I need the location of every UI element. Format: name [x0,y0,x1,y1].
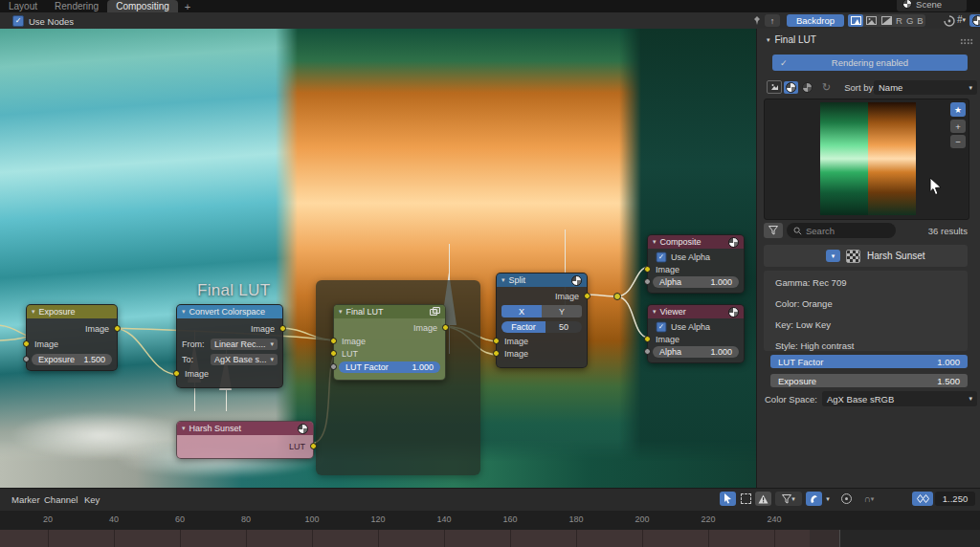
collapse-icon[interactable]: ▾ [501,276,505,284]
input-socket-image[interactable] [173,370,180,377]
filter-material-icon[interactable] [784,81,798,94]
panel-collapse-icon: ▾ [767,36,770,44]
input-socket-image[interactable] [330,338,337,344]
exposure-value-field[interactable]: Exposure 1.500 [32,354,112,365]
lut-factor-slider[interactable]: LUT Factor 1.000 [770,355,968,368]
use-alpha-checkbox[interactable]: ✓ [657,321,667,332]
timeline-gridline [774,530,775,547]
output-socket-lut[interactable] [310,443,317,449]
node-harsh-sunset[interactable]: ▾ Harsh Sunset LUT [176,421,314,459]
filter-funnel-button[interactable] [764,223,783,238]
input-socket-image-1[interactable] [493,338,500,344]
rendering-enabled-button[interactable]: ✓ Rendering enabled [772,55,968,71]
zoom-out-button[interactable]: − [950,135,966,148]
node-final-lut-group[interactable]: ▾ Final LUT Image Image LUT LUT Factor 1… [333,304,446,381]
filter-dropdown-button[interactable]: ▾ [775,492,802,506]
filter-image-icon[interactable] [767,80,782,94]
split-axis-x-button[interactable]: X [501,305,542,317]
frame-range-button[interactable] [912,492,933,506]
split-factor-slider[interactable]: Factor 50 [501,321,582,333]
exposure-slider[interactable]: Exposure 1.500 [770,374,968,387]
split-axis-y-button[interactable]: Y [542,305,582,317]
menu-key[interactable]: Key [84,494,100,505]
node-link[interactable] [113,328,178,375]
asset-preview-box[interactable]: ★ + − [764,98,969,220]
timeline-gridline [576,530,577,547]
input-socket-factor[interactable] [330,363,337,370]
favorite-star-button[interactable]: ★ [950,102,966,117]
node-exposure[interactable]: ▾ Exposure Image Image Exposure 1.500 [26,304,118,371]
region-divider [839,530,840,547]
node-viewer[interactable]: ▾ Viewer ✓ Use Alpha Image Alpha 1.000 [647,304,745,363]
panel-grip-icon[interactable] [960,38,973,45]
menu-channel[interactable]: Channel [44,494,78,505]
filter-world-icon[interactable] [800,81,814,94]
collapse-icon[interactable]: ▾ [182,308,186,316]
snap-options-chevron[interactable]: ▾ [823,492,833,506]
lut-factor-slider[interactable]: LUT Factor 1.000 [339,361,440,373]
tweak-tool-button[interactable] [720,492,736,506]
reroute-node[interactable] [614,294,621,300]
panel-header-final-lut[interactable]: ▾ Final LUT [767,34,816,45]
item-expand-button[interactable]: ▾ [826,250,840,262]
node-convert-colorspace[interactable]: ▾ Convert Colorspace Image From: Linear … [176,304,283,388]
timeline-track[interactable] [0,530,980,547]
socket-label: Image [504,349,528,359]
collapse-icon[interactable]: ▾ [653,308,657,316]
ruler-tick: 40 [109,514,119,524]
interpolation-dropdown[interactable]: ∩ ▾ [856,492,882,506]
ruler-tick: 60 [175,514,185,524]
input-socket-exposure[interactable] [23,356,30,362]
colorspace-dropdown[interactable]: AgX Base sRGB ▾ [822,391,977,406]
output-socket-image[interactable] [114,325,121,332]
colorspace-label: Color Space: [765,394,817,405]
frame-range-field[interactable]: 1..250 [935,492,975,506]
input-socket-image-2[interactable] [493,350,500,357]
sort-value: Name [879,82,902,93]
node-link[interactable] [0,337,28,340]
collapse-icon[interactable]: ▾ [653,238,657,246]
info-color: Color: Orange [775,298,833,309]
from-colorspace-dropdown[interactable]: Linear Rec.... ▾ [211,339,278,350]
snap-toggle-button[interactable] [806,492,822,506]
input-socket-image[interactable] [644,266,651,273]
input-socket-alpha[interactable] [644,348,651,355]
output-socket-image[interactable] [442,324,449,331]
alpha-value-field[interactable]: Alpha 1.000 [653,346,739,358]
only-errors-button[interactable] [755,492,771,506]
preview-thumbnail[interactable] [820,102,916,215]
output-socket-image[interactable] [584,293,590,299]
input-socket-image[interactable] [644,336,651,342]
search-input[interactable]: Search [787,223,896,238]
input-socket-image[interactable] [23,340,30,347]
sphere-icon [571,275,582,286]
field-label: Exposure [38,355,75,364]
output-socket-image[interactable] [279,325,286,332]
keying-set-button[interactable] [838,492,854,506]
timeline-ruler[interactable]: 20406080100120140160180200220240 [0,511,980,530]
input-socket-alpha[interactable] [644,278,651,285]
check-icon: ✓ [780,58,788,68]
ruler-tick: 160 [502,514,517,524]
node-link[interactable] [617,296,648,338]
collapse-icon[interactable]: ▾ [32,308,35,316]
menu-marker[interactable]: Marker [11,494,40,505]
to-colorspace-dropdown[interactable]: AgX Base s... ▾ [211,354,278,365]
node-link[interactable] [0,325,28,336]
use-alpha-checkbox[interactable]: ✓ [657,252,667,262]
zoom-in-button[interactable]: + [950,120,966,133]
collapse-icon[interactable]: ▾ [182,425,186,432]
colorspace-value: AgX Base sRGB [827,394,894,405]
collapse-icon[interactable]: ▾ [339,308,343,316]
chevron-down-icon: ▾ [270,356,274,363]
alpha-value-field[interactable]: Alpha 1.000 [653,276,739,288]
lut-item-label: Harsh Sunset [867,251,925,261]
lut-item-row[interactable]: ▾ Harsh Sunset [764,245,968,267]
refresh-icon[interactable]: ↻ [822,81,831,94]
sort-dropdown[interactable]: Name ▾ [874,80,977,95]
node-split[interactable]: ▾ Split Image X Y Factor 50 Image Image [496,273,588,368]
input-socket-lut[interactable] [330,350,337,357]
ruler-tick: 140 [436,514,451,524]
box-select-button[interactable] [738,492,753,506]
node-composite[interactable]: ▾ Composite ✓ Use Alpha Image Alpha 1.00… [647,234,745,294]
